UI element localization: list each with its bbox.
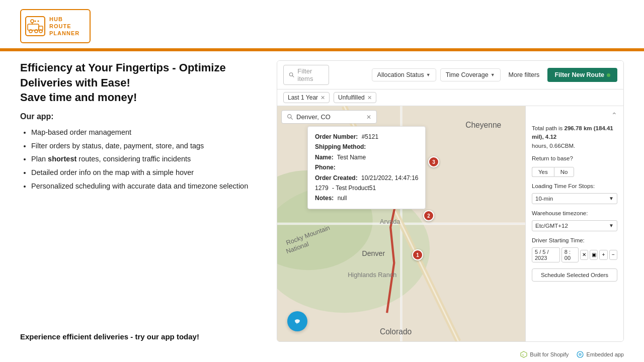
app-body: Cheyenne Colorado Denver Highlands Ranch… (277, 106, 623, 341)
map-search-close[interactable]: ✕ (366, 114, 371, 121)
tag-unfulfilled: Unfulfilled ✕ (334, 92, 376, 103)
map-marker-1[interactable]: 1 (412, 249, 423, 260)
sidebar-total-path: Total path is 296.78 km (184.41 mil), 4.… (532, 124, 617, 150)
notes-value: null (336, 193, 347, 203)
svg-text:S: S (522, 353, 524, 356)
product-id: 1279 (315, 183, 329, 193)
order-created-label: Order Created: (315, 173, 358, 183)
svg-text:Highlands Ranch: Highlands Ranch (348, 271, 396, 279)
driver-date[interactable]: 5 / 5 / 2023 (532, 247, 560, 262)
svg-point-8 (35, 21, 36, 22)
order-created-value: 10/21/2022, 14:47:16 (360, 173, 419, 183)
main-content: Efficiency at Your Fingertips - Optimize… (0, 51, 644, 347)
zoom-in-btn[interactable]: + (599, 250, 607, 260)
map-marker-3[interactable]: 3 (428, 156, 439, 167)
bottom-credits: S Built for Shopify Embedded app (0, 347, 644, 362)
headline-line1: Efficiency at Your Fingertips - Optimize… (20, 61, 226, 89)
app-panel: Filter items Allocation Status ▼ Time Co… (277, 60, 624, 342)
product-name: - Test Product51 (331, 183, 376, 193)
filter-tags: Last 1 Year ✕ Unfulfilled ✕ (277, 89, 623, 106)
map-search-value: Denver, CO (296, 113, 331, 121)
svg-text:Arvada: Arvada (380, 218, 400, 225)
time-coverage-btn[interactable]: Time Coverage ▼ (440, 68, 501, 81)
feature-1: Map-based order management (31, 126, 262, 139)
svg-text:Denver: Denver (362, 249, 385, 257)
svg-text:Cheyenne: Cheyenne (465, 121, 501, 129)
shopify-credit: S Built for Shopify (520, 351, 569, 358)
logo: HUBROUTEPLANNER (20, 9, 91, 43)
filter-bar: Filter items Allocation Status ▼ Time Co… (277, 61, 623, 89)
notes-label: Notes: (315, 193, 334, 203)
name-label: Name: (315, 152, 334, 162)
logo-text: HUBROUTEPLANNER (49, 16, 79, 37)
svg-rect-1 (28, 24, 39, 30)
shopify-text: Built for Shopify (530, 351, 569, 357)
feature-4: Detailed order info on the map with a si… (31, 166, 262, 179)
shopify-icon: S (520, 351, 527, 358)
yes-no-row: Yes No (532, 167, 617, 177)
order-popup: Order Number: #5121 Shipping Method: Nam… (307, 126, 426, 209)
clear-time-btn[interactable]: ✕ (580, 250, 588, 260)
warehouse-timezone-label: Warehouse timezone: (532, 210, 617, 216)
feature-3: Plan shortest routes, considering traffi… (31, 153, 262, 165)
allocation-status-btn[interactable]: Allocation Status ▼ (372, 68, 436, 81)
svg-point-6 (31, 20, 34, 23)
svg-point-35 (579, 353, 582, 356)
embedded-credit: Embedded app (577, 351, 624, 358)
close-tag-1[interactable]: ✕ (320, 95, 325, 101)
return-to-base-label: Return to base? (532, 155, 617, 161)
more-filters-btn[interactable]: More filters (505, 69, 544, 81)
chevron-down-icon: ▼ (609, 223, 614, 228)
headline: Efficiency at Your Fingertips - Optimize… (20, 60, 262, 105)
order-number-value: #5121 (360, 132, 378, 142)
feature-5: Personalized scheduling with accurate da… (31, 180, 262, 193)
chat-bubble[interactable] (287, 311, 307, 331)
cta-text: Experience efficient deliveries - try ou… (20, 331, 262, 342)
name-value: Test Name (336, 152, 366, 162)
map-area: Cheyenne Colorado Denver Highlands Ranch… (277, 106, 525, 341)
chat-icon (292, 316, 302, 326)
schedule-orders-btn[interactable]: Schedule Selected Orders (532, 268, 617, 282)
search-box[interactable]: Filter items (283, 65, 329, 85)
tag-last-1-year: Last 1 Year ✕ (283, 92, 330, 103)
chevron-down-icon: ▼ (426, 72, 431, 77)
order-number-label: Order Number: (315, 132, 358, 142)
header: HUBROUTEPLANNER (0, 0, 644, 48)
search-icon (289, 71, 294, 78)
active-dot (607, 73, 610, 77)
feature-2: Filter orders by status, date, payment, … (31, 140, 262, 152)
chevron-down-icon: ▼ (609, 196, 614, 201)
embedded-text: Embedded app (586, 351, 624, 357)
zoom-out-btn[interactable]: − (609, 250, 617, 260)
search-placeholder: Filter items (297, 67, 323, 82)
loading-time-label: Loading Time For Stops: (532, 183, 617, 189)
svg-line-30 (291, 118, 292, 119)
features-list: Map-based order management Filter orders… (20, 126, 262, 193)
svg-text:Colorado: Colorado (380, 327, 412, 336)
driver-starting-time-label: Driver Starting Time: (532, 237, 617, 243)
driver-time-row: 5 / 5 / 2023 8 : 00 ✕ ▣ + − (532, 247, 617, 262)
filter-new-route-btn[interactable]: Filter New Route (547, 68, 617, 82)
driver-time[interactable]: 8 : 00 (561, 247, 579, 262)
warehouse-timezone-select[interactable]: Etc/GMT+12 ▼ (532, 220, 617, 231)
logo-icon (25, 16, 45, 36)
calendar-icon[interactable]: ▣ (590, 250, 598, 260)
left-panel: Efficiency at Your Fingertips - Optimize… (20, 60, 262, 342)
chevron-down-icon: ▼ (491, 72, 495, 77)
collapse-icon[interactable]: ⌃ (611, 111, 617, 119)
phone-label: Phone: (315, 162, 336, 172)
svg-point-9 (38, 21, 39, 22)
shipping-method-label: Shipping Method: (315, 142, 366, 152)
our-app-label: Our app: (20, 112, 262, 121)
close-tag-2[interactable]: ✕ (367, 95, 372, 101)
loading-time-select[interactable]: 10-min ▼ (532, 193, 617, 204)
map-search-icon (287, 114, 293, 120)
embedded-icon (577, 351, 584, 358)
map-marker-2[interactable]: 2 (423, 210, 434, 221)
no-button[interactable]: No (554, 167, 575, 177)
headline-line2: Save time and money! (20, 91, 137, 104)
right-sidebar: ⌃ Total path is 296.78 km (184.41 mil), … (525, 106, 623, 341)
map-search-bar[interactable]: Denver, CO ✕ (281, 110, 377, 124)
yes-button[interactable]: Yes (532, 167, 554, 177)
svg-line-11 (292, 75, 294, 77)
